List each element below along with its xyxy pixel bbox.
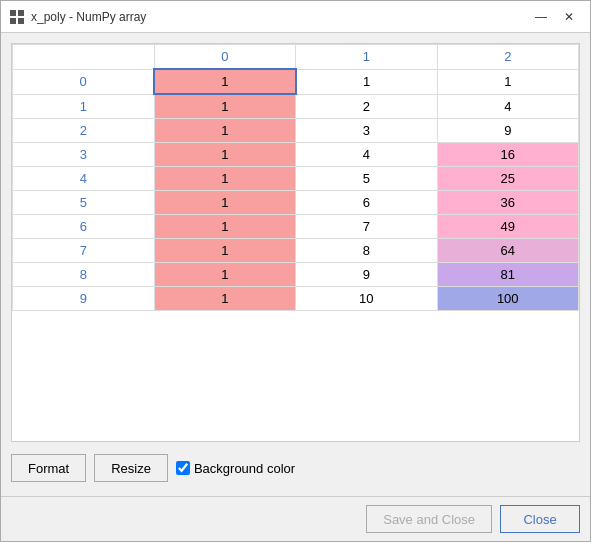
table-cell[interactable]: 36	[437, 191, 579, 215]
window-title: x_poly - NumPy array	[31, 10, 528, 24]
bg-color-checkbox-label[interactable]: Background color	[176, 461, 295, 476]
table-cell[interactable]: 64	[437, 239, 579, 263]
toolbar: Format Resize Background color	[11, 450, 580, 486]
table-cell[interactable]: 3	[296, 119, 438, 143]
table-cell[interactable]: 9	[296, 263, 438, 287]
table-cell[interactable]: 4	[296, 143, 438, 167]
array-table-container[interactable]: 012 011111242139314164152551636617497186…	[11, 43, 580, 442]
table-cell[interactable]: 1	[154, 191, 296, 215]
bg-color-checkbox[interactable]	[176, 461, 190, 475]
table-cell[interactable]: 1	[437, 69, 579, 94]
save-close-button[interactable]: Save and Close	[366, 505, 492, 533]
table-row: 51636	[13, 191, 579, 215]
table-cell[interactable]: 100	[437, 287, 579, 311]
table-row: 2139	[13, 119, 579, 143]
col-header: 0	[154, 45, 296, 70]
table-cell[interactable]: 1	[154, 239, 296, 263]
col-header: 1	[296, 45, 438, 70]
table-cell[interactable]: 4	[437, 94, 579, 119]
row-header: 8	[13, 263, 155, 287]
bottom-bar: Save and Close Close	[1, 496, 590, 541]
titlebar-controls: — ✕	[528, 7, 582, 27]
row-header: 9	[13, 287, 155, 311]
row-header: 1	[13, 94, 155, 119]
table-cell[interactable]: 1	[154, 263, 296, 287]
resize-button[interactable]: Resize	[94, 454, 168, 482]
table-row: 61749	[13, 215, 579, 239]
table-cell[interactable]: 1	[296, 69, 438, 94]
table-cell[interactable]: 9	[437, 119, 579, 143]
table-cell[interactable]: 5	[296, 167, 438, 191]
table-row: 0111	[13, 69, 579, 94]
table-row: 41525	[13, 167, 579, 191]
table-row: 81981	[13, 263, 579, 287]
table-row: 1124	[13, 94, 579, 119]
row-header: 5	[13, 191, 155, 215]
table-cell[interactable]: 1	[154, 119, 296, 143]
table-cell[interactable]: 1	[154, 143, 296, 167]
bg-color-label: Background color	[194, 461, 295, 476]
table-cell[interactable]: 25	[437, 167, 579, 191]
row-header: 4	[13, 167, 155, 191]
table-cell[interactable]: 2	[296, 94, 438, 119]
main-content: 012 011111242139314164152551636617497186…	[1, 33, 590, 496]
svg-rect-1	[18, 10, 24, 16]
array-table: 012 011111242139314164152551636617497186…	[12, 44, 579, 311]
titlebar: x_poly - NumPy array — ✕	[1, 1, 590, 33]
table-cell[interactable]: 7	[296, 215, 438, 239]
close-button[interactable]: Close	[500, 505, 580, 533]
table-row: 9110100	[13, 287, 579, 311]
table-row: 31416	[13, 143, 579, 167]
close-window-button[interactable]: ✕	[556, 7, 582, 27]
table-cell[interactable]: 8	[296, 239, 438, 263]
row-header: 6	[13, 215, 155, 239]
table-cell[interactable]: 6	[296, 191, 438, 215]
col-header: 2	[437, 45, 579, 70]
table-cell[interactable]: 81	[437, 263, 579, 287]
svg-rect-3	[18, 18, 24, 24]
table-cell[interactable]: 1	[154, 167, 296, 191]
table-cell[interactable]: 1	[154, 94, 296, 119]
table-cell[interactable]: 49	[437, 215, 579, 239]
corner-cell	[13, 45, 155, 70]
window-icon	[9, 9, 25, 25]
row-header: 7	[13, 239, 155, 263]
table-cell[interactable]: 16	[437, 143, 579, 167]
row-header: 2	[13, 119, 155, 143]
svg-rect-0	[10, 10, 16, 16]
format-button[interactable]: Format	[11, 454, 86, 482]
table-cell[interactable]: 1	[154, 215, 296, 239]
table-cell[interactable]: 1	[154, 69, 296, 94]
row-header: 0	[13, 69, 155, 94]
table-cell[interactable]: 1	[154, 287, 296, 311]
table-row: 71864	[13, 239, 579, 263]
minimize-button[interactable]: —	[528, 7, 554, 27]
row-header: 3	[13, 143, 155, 167]
table-cell[interactable]: 10	[296, 287, 438, 311]
main-window: x_poly - NumPy array — ✕ 012 01111124213…	[0, 0, 591, 542]
svg-rect-2	[10, 18, 16, 24]
